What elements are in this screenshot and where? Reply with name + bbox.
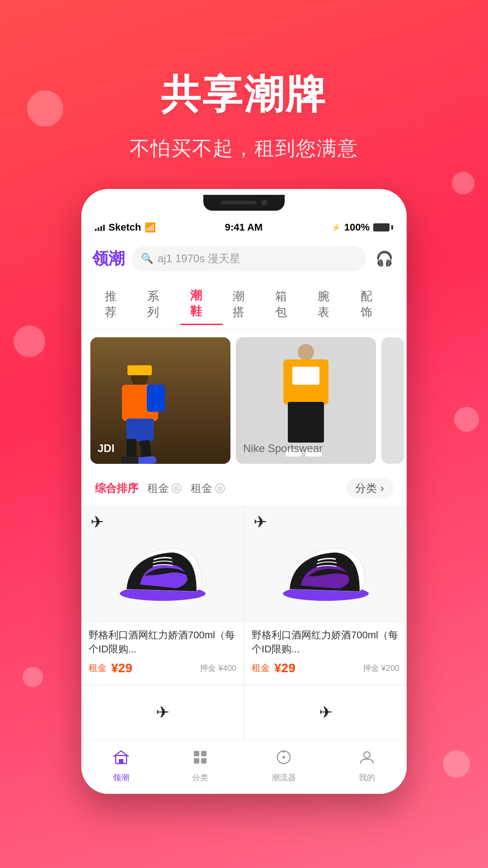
signal-bar-3 xyxy=(100,226,102,231)
shoe-svg-1 xyxy=(113,526,212,603)
category-icon xyxy=(192,749,208,769)
rent-price-2: ¥29 xyxy=(274,661,296,675)
product-card-1[interactable]: ✈ xyxy=(81,505,244,684)
brand-cards-row: JDI xyxy=(81,330,407,471)
rent-symbol-1: ¥ xyxy=(111,661,118,675)
decorative-blob-1 xyxy=(27,90,63,127)
headphone-icon[interactable]: 🎧 xyxy=(373,247,396,270)
tab-accessories[interactable]: 配饰 xyxy=(351,284,393,325)
product-price-row-2: 租金 ¥29 押金 ¥200 xyxy=(252,661,399,675)
sort-rent-1[interactable]: 租金 ⊙ xyxy=(147,481,182,495)
sort-arrow-1: ⊙ xyxy=(172,483,182,493)
battery-tip xyxy=(391,225,393,230)
brand-card-jdi[interactable]: JDI xyxy=(90,337,230,464)
jordan-logo-3: ✈ xyxy=(156,703,169,722)
sort-category-btn[interactable]: 分类 › xyxy=(346,478,393,498)
rent-label-2: 租金 xyxy=(252,662,270,674)
product-name-1: 野格利口酒网红力娇酒700ml（每个ID限购... xyxy=(89,628,236,656)
product-price-row-1: 租金 ¥29 押金 ¥400 xyxy=(89,661,236,675)
sort-arrow-2: ⊙ xyxy=(215,483,225,493)
tab-watch[interactable]: 腕表 xyxy=(308,284,350,325)
status-bar: Sketch 📶 9:41 AM ⚡ 100% xyxy=(81,216,407,239)
shoe-svg-2 xyxy=(276,526,375,603)
rent-amount-2: 29 xyxy=(282,661,296,675)
tab-series[interactable]: 系列 xyxy=(137,284,180,325)
product-grid: ✈ xyxy=(81,505,407,740)
product-card-partial-1: ✈ xyxy=(81,685,244,740)
signal-bar-4 xyxy=(103,225,105,231)
brand-card-nike[interactable]: Nike Sportswear xyxy=(236,337,376,464)
search-icon: 🔍 xyxy=(141,253,153,264)
nav-label-category: 分类 xyxy=(192,772,208,783)
rent-symbol-2: ¥ xyxy=(274,661,282,675)
phone-mockup: Sketch 📶 9:41 AM ⚡ 100% 领潮 🔍 aj1 1970s xyxy=(81,189,407,794)
decorative-blob-3 xyxy=(14,326,45,357)
nav-item-discover[interactable]: 潮流器 xyxy=(263,747,305,785)
battery-body xyxy=(373,223,389,231)
nav-label-home: 领潮 xyxy=(113,772,129,783)
sort-rent-2[interactable]: 租金 ⊙ xyxy=(191,481,225,495)
nav-item-home[interactable]: 领潮 xyxy=(104,747,138,785)
jordan-logo-1: ✈ xyxy=(90,513,104,532)
tab-outfit[interactable]: 潮搭 xyxy=(223,284,265,325)
tab-bags[interactable]: 箱包 xyxy=(265,284,308,325)
battery-indicator xyxy=(373,223,393,231)
search-bar[interactable]: 🔍 aj1 1970s 漫天星 xyxy=(132,246,366,271)
nav-label-profile: 我的 xyxy=(359,772,375,783)
tab-recommend[interactable]: 推荐 xyxy=(95,284,137,325)
status-left: Sketch 📶 xyxy=(95,222,156,233)
signal-bar-2 xyxy=(98,227,99,231)
deposit-label-2: 押金 ¥200 xyxy=(363,663,399,674)
sort-comprehensive[interactable]: 综合排序 xyxy=(95,481,138,495)
brand-card-partial xyxy=(381,337,404,464)
app-logo[interactable]: 领潮 xyxy=(92,248,125,270)
nav-tabs: 推荐 系列 潮鞋 潮搭 箱包 腕表 配饰 xyxy=(81,278,407,330)
svg-point-10 xyxy=(283,751,285,753)
sort-rent-1-label: 租金 xyxy=(147,481,169,495)
jordan-logo-2: ✈ xyxy=(253,513,267,532)
background-container: 共享潮牌 不怕买不起，租到您满意 Sketch 📶 9:4 xyxy=(0,0,488,868)
svg-rect-3 xyxy=(119,759,123,764)
hero-title: 共享潮牌 xyxy=(161,68,327,122)
jordan-logo-4: ✈ xyxy=(319,703,333,722)
decorative-blob-5 xyxy=(23,667,43,687)
decorative-blob-2 xyxy=(452,172,474,194)
phone-notch xyxy=(203,195,285,211)
hero-subtitle: 不怕买不起，租到您满意 xyxy=(130,135,358,162)
decorative-blob-4 xyxy=(454,407,479,432)
svg-rect-5 xyxy=(201,751,206,756)
product-image-1: ✈ xyxy=(81,505,244,623)
brand-nike-label: Nike Sportswear xyxy=(243,442,323,455)
tab-shoes[interactable]: 潮鞋 xyxy=(180,283,223,325)
product-card-partial-2: ✈ xyxy=(244,685,407,740)
signal-bar-1 xyxy=(95,229,97,231)
app-header: 领潮 🔍 aj1 1970s 漫天星 🎧 xyxy=(81,239,407,278)
rent-amount-1: 29 xyxy=(118,661,132,675)
product-info-2: 野格利口酒网红力娇酒700ml（每个ID限购... 租金 ¥29 押金 ¥200 xyxy=(244,623,407,675)
search-placeholder-text: aj1 1970s 漫天星 xyxy=(158,251,240,266)
brand-jdi-label: JDI xyxy=(98,442,114,455)
signal-bars xyxy=(95,224,105,231)
phone-top-bar xyxy=(81,189,407,216)
product-info-1: 野格利口酒网红力娇酒700ml（每个ID限购... 租金 ¥29 押金 ¥400 xyxy=(81,623,244,675)
rent-label-1: 租金 xyxy=(89,662,107,674)
discover-icon xyxy=(276,749,292,769)
product-name-2: 野格利口酒网红力娇酒700ml（每个ID限购... xyxy=(252,628,399,656)
svg-rect-6 xyxy=(194,758,199,764)
bluetooth-icon: ⚡ xyxy=(332,223,341,232)
nav-item-profile[interactable]: 我的 xyxy=(350,747,384,785)
rent-price-1: ¥29 xyxy=(111,661,132,675)
svg-point-11 xyxy=(364,752,370,758)
nav-item-category[interactable]: 分类 xyxy=(183,747,217,785)
product-card-2[interactable]: ✈ xyxy=(244,505,407,684)
status-right: ⚡ 100% xyxy=(332,222,393,233)
home-icon xyxy=(113,749,129,769)
notch-speaker xyxy=(221,201,257,204)
wifi-icon: 📶 xyxy=(145,222,156,233)
sort-rent-2-label: 租金 xyxy=(191,481,212,495)
sort-bar: 综合排序 租金 ⊙ 租金 ⊙ 分类 › xyxy=(81,471,407,505)
product-image-2: ✈ xyxy=(244,505,407,623)
svg-rect-7 xyxy=(201,758,206,764)
svg-rect-4 xyxy=(194,751,199,756)
nav-label-discover: 潮流器 xyxy=(272,772,296,783)
